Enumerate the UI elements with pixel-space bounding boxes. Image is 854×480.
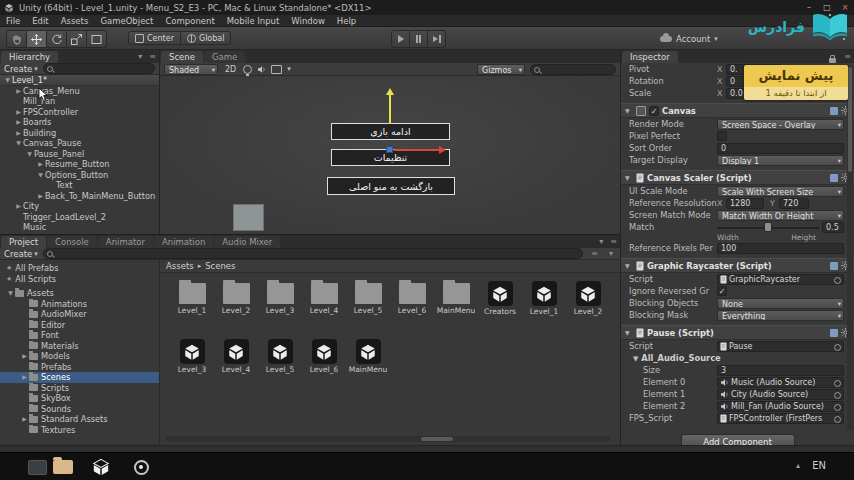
reference-resolution-y-field[interactable]: 720: [779, 198, 809, 209]
foldout-arrow-icon[interactable]: ▶: [36, 159, 45, 170]
match-slider[interactable]: [717, 222, 819, 233]
project-tree-folder[interactable]: Prefabs: [0, 362, 159, 373]
panel-tab[interactable]: Animation: [154, 236, 213, 248]
foldout-arrow-icon[interactable]: ▼: [3, 75, 12, 85]
scene-game-tab[interactable]: Scene: [161, 51, 203, 63]
menu-item[interactable]: Help: [331, 16, 362, 26]
favorites-item[interactable]: ★ All Scripts: [0, 274, 159, 285]
audio-source-object-field[interactable]: Music (Audio Source): [717, 377, 844, 388]
target-display-dropdown[interactable]: Display 1: [717, 155, 844, 166]
project-tree-folder[interactable]: Textures: [0, 425, 159, 436]
project-asset[interactable]: Level_1: [170, 277, 214, 335]
slider-thumb[interactable]: [764, 222, 772, 232]
sort-order-field[interactable]: 0: [717, 143, 844, 154]
taskbar-app-icon[interactable]: [26, 457, 48, 477]
gizmos-dropdown[interactable]: Gizmos: [477, 64, 525, 75]
pause-script-header[interactable]: ▼ Pause (Script): [621, 325, 854, 340]
audio-source-array-foldout[interactable]: ▼ All_Audio_Source: [629, 353, 721, 363]
project-asset[interactable]: Level_2: [566, 277, 610, 335]
ui-scale-mode-dropdown[interactable]: Scale With Screen Size: [717, 186, 844, 197]
ingame-mainmenu-button[interactable]: بازگشت به منو اصلی: [327, 177, 455, 195]
space-toggle-button[interactable]: Global: [181, 31, 232, 45]
project-asset[interactable]: Level_1: [522, 277, 566, 335]
lighting-toggle-icon[interactable]: [243, 65, 252, 74]
create-button[interactable]: Create ▾: [4, 249, 38, 259]
scene-game-tab[interactable]: Game: [204, 51, 245, 63]
menu-item[interactable]: Assets: [55, 16, 95, 26]
graphic-raycaster-header[interactable]: ▼ Graphic Raycaster (Script): [621, 258, 854, 273]
create-button[interactable]: Create ▾: [4, 64, 38, 74]
effects-toggle-icon[interactable]: [271, 65, 282, 74]
project-tree-folder[interactable]: ▶ Models: [0, 351, 159, 362]
tab-inspector[interactable]: Inspector: [622, 51, 678, 63]
pixel-perfect-checkbox[interactable]: [717, 131, 727, 141]
match-value-field[interactable]: 0.5: [822, 222, 844, 233]
component-enabled-checkbox[interactable]: ✓: [649, 106, 659, 116]
project-asset[interactable]: Level_6: [390, 277, 434, 335]
foldout-arrow-icon[interactable]: ▼: [625, 262, 633, 269]
scale-tool-icon[interactable]: [67, 30, 87, 48]
fps-script-object-field[interactable]: FPSController (FirstPers: [717, 413, 844, 424]
scene-search-input[interactable]: [530, 64, 616, 75]
help-reference-icon[interactable]: [830, 329, 838, 337]
hierarchy-item[interactable]: ▶ City: [0, 201, 159, 212]
foldout-arrow-icon[interactable]: ▶: [14, 201, 23, 212]
foldout-arrow-icon[interactable]: ▶: [20, 372, 29, 383]
scrollbar-handle[interactable]: [421, 437, 453, 441]
menu-item[interactable]: Window: [285, 16, 331, 26]
scrollbar-handle[interactable]: [848, 67, 852, 172]
hierarchy-item[interactable]: ▶ Resume_Button: [0, 159, 159, 170]
pause-button[interactable]: [410, 30, 428, 48]
add-component-button[interactable]: Add Component: [681, 434, 795, 445]
blocking-objects-dropdown[interactable]: None: [717, 298, 844, 309]
script-object-field[interactable]: Pause: [717, 341, 844, 352]
foldout-arrow-icon[interactable]: ▼: [625, 329, 633, 336]
project-asset[interactable]: Creators: [478, 277, 522, 335]
inspector-scrollbar[interactable]: [847, 65, 853, 430]
breadcrumb-assets[interactable]: Assets: [166, 261, 194, 271]
account-dropdown[interactable]: Account ▾: [660, 32, 718, 46]
hierarchy-search-input[interactable]: [43, 63, 155, 74]
foldout-arrow-icon[interactable]: ▶: [14, 128, 23, 139]
project-tree-folder[interactable]: Animations: [0, 299, 159, 310]
foldout-arrow-icon[interactable]: ▼: [6, 288, 15, 299]
panel-dropdown-icon[interactable]: ▾: [596, 236, 606, 248]
project-tree-folder[interactable]: AudioMixer: [0, 309, 159, 320]
hierarchy-item[interactable]: ▶ Canvas_Menu: [0, 86, 159, 97]
rotate-tool-icon[interactable]: [47, 30, 67, 48]
foldout-arrow-icon[interactable]: ▼: [625, 174, 633, 181]
assets-root-item[interactable]: ▼ Assets: [0, 288, 159, 299]
menu-item[interactable]: Component: [159, 16, 220, 26]
project-tree-folder[interactable]: ▶ Standard Assets: [0, 414, 159, 425]
hierarchy-item[interactable]: Music: [0, 222, 159, 233]
foldout-arrow-icon[interactable]: ▶: [14, 86, 23, 97]
hierarchy-item[interactable]: ▶ Boards: [0, 117, 159, 128]
hierarchy-item[interactable]: ▼ Options_Button: [0, 170, 159, 181]
render-mode-dropdown[interactable]: Screen Space - Overlay: [717, 119, 844, 130]
horizontal-scrollbar[interactable]: [166, 436, 610, 442]
search-options-icon[interactable]: ≡: [588, 248, 601, 260]
hierarchy-item[interactable]: Mill_Fan: [0, 96, 159, 107]
menu-item[interactable]: GameObject: [94, 16, 159, 26]
project-asset[interactable]: Level_5: [346, 277, 390, 335]
hierarchy-item[interactable]: ▼ Pause_Panel: [0, 149, 159, 160]
script-object-field[interactable]: GraphicRaycaster: [717, 274, 844, 285]
scene-viewport[interactable]: ادامه بازی تنظیمات بازگشت به منو اصلی: [160, 76, 620, 234]
ignore-reversed-checkbox[interactable]: ✓: [717, 286, 727, 296]
project-asset[interactable]: MainMenu: [346, 335, 390, 393]
ingame-resume-button[interactable]: ادامه بازی: [331, 123, 450, 140]
project-search-input[interactable]: [43, 248, 584, 259]
panel-menu-icon[interactable]: ≡: [841, 51, 854, 63]
gizmo-x-axis-arrow[interactable]: [394, 149, 439, 151]
panel-tab[interactable]: Project: [1, 236, 46, 248]
foldout-arrow-icon[interactable]: ▶: [36, 191, 45, 202]
panel-menu-icon[interactable]: ≡: [146, 51, 159, 63]
step-button[interactable]: [428, 30, 446, 48]
project-asset[interactable]: Level_2: [214, 277, 258, 335]
reference-resolution-x-field[interactable]: 1280: [726, 198, 764, 209]
hand-tool-icon[interactable]: [6, 30, 27, 48]
hierarchy-item[interactable]: ▶ Building: [0, 128, 159, 139]
project-tree-folder[interactable]: Editor: [0, 320, 159, 331]
project-asset[interactable]: Level_4: [214, 335, 258, 393]
foldout-arrow-icon[interactable]: ▶: [14, 107, 23, 118]
